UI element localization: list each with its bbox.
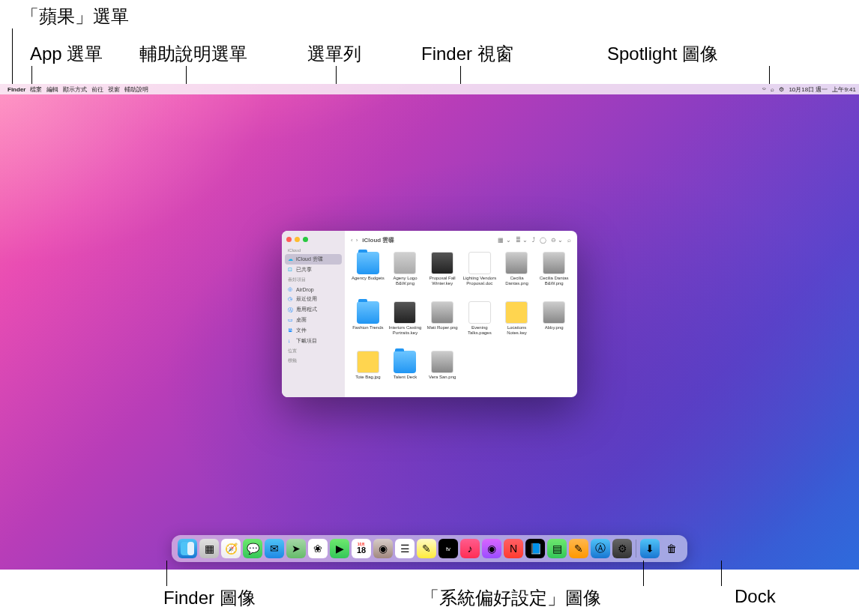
tag-button[interactable]: ◯ [540,237,546,244]
dock-tv-icon[interactable]: tv [438,539,458,558]
share-button[interactable]: ⤴ [532,237,535,244]
menu-bar[interactable]: Finder 檔案 編輯 顯示方式 前往 視窗 輔助說明 ⌔ ⌕ ⚙ 10月18… [0,84,859,94]
file-item[interactable]: Matt Roper.png [424,301,461,349]
file-item[interactable]: Cecilia Dantas.png [498,252,536,300]
callout-finder-icon: Finder 圖像 [163,586,256,610]
sidebar-downloads[interactable]: ↓下載項目 [282,336,345,346]
sidebar-icloud-drive[interactable]: ☁iCloud 雲碟 [285,254,342,265]
file-item[interactable]: Cecilia Dantas B&W.png [535,252,573,300]
dock-mail-icon[interactable]: ✉ [265,539,284,558]
menubar-time[interactable]: 上午9:41 [832,85,856,94]
file-thumbnail [394,252,416,274]
dock-messages-icon[interactable]: 💬 [243,539,262,558]
callout-menu-bar: 選單列 [307,42,361,66]
dock-trash-icon[interactable]: 🗑 [662,539,681,558]
sidebar-recents[interactable]: ◷最近使用 [282,294,345,304]
dock-calendar-icon[interactable]: 10月18 [352,539,371,558]
dock-numbers-icon[interactable]: ▤ [547,539,567,558]
dock-books-icon[interactable]: 📘 [525,539,545,558]
dock-safari-icon[interactable]: 🧭 [221,539,241,558]
file-label: Vera San.png [429,375,456,380]
file-item[interactable]: Talent Deck [387,351,424,394]
menu-file[interactable]: 檔案 [30,85,42,94]
file-item[interactable]: Locations Notes.key [498,301,536,349]
file-item[interactable]: Ageny Logo B&W.png [387,252,424,300]
fullscreen-button[interactable] [303,237,308,242]
dock-facetime-icon[interactable]: ▶ [330,539,349,558]
file-item[interactable]: Abby.png [535,301,573,349]
dock-appstore-icon[interactable]: Ⓐ [591,539,610,558]
file-item[interactable]: Tote Bag.jpg [349,351,387,394]
dock-notes-icon[interactable]: ✎ [417,539,436,558]
sidebar-desktop[interactable]: ▭桌面 [282,315,345,325]
file-item[interactable]: Proposal Fall Winter.key [424,252,461,300]
callout-finder-window: Finder 視窗 [421,42,513,66]
forward-button[interactable]: › [356,237,358,244]
search-button[interactable]: ⌕ [567,237,571,244]
file-label: Tote Bag.jpg [355,375,380,380]
finder-window[interactable]: iCloud ☁iCloud 雲碟 ⊡已共享 喜好項目 ◎AirDrop ◷最近… [282,231,577,397]
menu-view[interactable]: 顯示方式 [63,85,87,94]
app-menu-name[interactable]: Finder [7,86,25,93]
file-label: Ageny Logo B&W.png [387,276,423,286]
dock-music-icon[interactable]: ♪ [460,539,480,558]
menu-go[interactable]: 前往 [91,85,103,94]
finder-toolbar: ‹ › iCloud 雲碟 ▦ ⌄ ≣ ⌄ ⤴ ◯ ⊖ ⌄ ⌕ [345,231,577,249]
spotlight-icon[interactable]: ⌕ [771,86,774,93]
file-item[interactable]: Lighting Vendors Proposal.doc [461,252,498,300]
dock-reminders-icon[interactable]: ☰ [395,539,415,558]
sidebar-documents[interactable]: 🗎文件 [282,325,345,336]
file-item[interactable]: Fashion Trends [349,301,387,349]
file-item[interactable]: Vera San.png [424,351,461,394]
dock[interactable]: ▦ 🧭 💬 ✉ ➤ ❀ ▶ 10月18 ◉ ☰ ✎ tv ♪ ◉ N 📘 ▤ ✎… [172,535,687,562]
file-item[interactable]: Interiors Casting Portraits.key [387,301,424,349]
dock-contacts-icon[interactable]: ◉ [373,539,393,558]
file-thumbnail [468,301,491,324]
file-label: Evening Talks.pages [462,325,498,335]
control-center-icon[interactable]: ⚙ [779,86,784,93]
file-label: Abby.png [545,325,564,330]
dock-news-icon[interactable]: N [504,539,523,558]
file-label: Agency Budgets [352,276,385,281]
menu-edit[interactable]: 編輯 [46,85,58,94]
dock-pages-icon[interactable]: ✎ [569,539,588,558]
sidebar-section-locations: 位置 [282,346,345,356]
sidebar-item-label: iCloud 雲碟 [296,256,323,263]
file-thumbnail [543,301,565,324]
minimize-button[interactable] [295,237,300,242]
dock-maps-icon[interactable]: ➤ [286,539,306,558]
callout-line [12,28,13,91]
dock-downloads-icon[interactable]: ⬇ [640,539,660,558]
back-button[interactable]: ‹ [351,237,353,244]
dock-podcasts-icon[interactable]: ◉ [482,539,501,558]
svg-rect-1 [187,542,194,555]
sidebar-airdrop[interactable]: ◎AirDrop [282,285,345,294]
close-button[interactable] [286,237,292,242]
menubar-date[interactable]: 10月18日 週一 [789,85,828,94]
file-thumbnail [357,351,379,373]
sidebar-applications[interactable]: Ⓐ應用程式 [282,304,345,315]
sidebar-shared[interactable]: ⊡已共享 [282,265,345,275]
finder-title: iCloud 雲碟 [362,236,394,244]
view-icons-button[interactable]: ▦ ⌄ [498,237,510,244]
dock-launchpad-icon[interactable]: ▦ [199,539,219,558]
dock-photos-icon[interactable]: ❀ [308,539,328,558]
file-thumbnail [505,252,528,274]
dock-system-prefs-icon[interactable]: ⚙ [612,539,632,558]
callout-line [643,561,644,586]
file-label: Proposal Fall Winter.key [424,276,460,286]
file-label: Talent Deck [394,375,417,380]
dock-separator [636,540,636,558]
calendar-day: 18 [357,546,366,555]
wifi-icon[interactable]: ⌔ [762,86,766,93]
dock-finder-icon[interactable] [178,539,197,558]
menu-window[interactable]: 視窗 [108,85,120,94]
menu-help[interactable]: 輔助說明 [124,85,148,94]
action-button[interactable]: ⊖ ⌄ [551,237,563,244]
file-item[interactable]: Evening Talks.pages [461,301,498,349]
file-item[interactable]: Agency Budgets [349,252,387,300]
file-label: Cecilia Dantas.png [498,276,534,286]
callout-dock: Dock [735,586,776,607]
file-thumbnail [468,252,491,274]
group-button[interactable]: ≣ ⌄ [516,237,528,244]
